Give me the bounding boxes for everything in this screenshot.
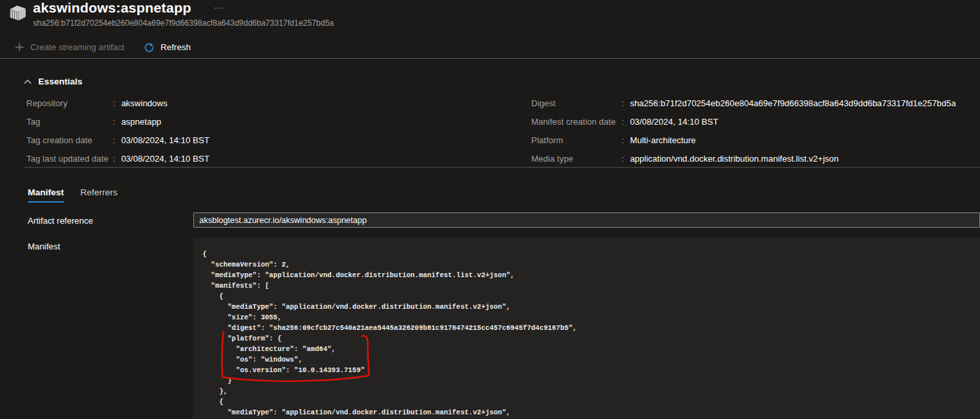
code-line: "architecture": "amd64", <box>203 344 980 354</box>
code-line: } <box>203 375 980 386</box>
code-line: "mediaType": "application/vnd.docker.dis… <box>203 302 980 312</box>
field-separator: : <box>113 135 115 145</box>
essentials-field-media-type: Media type : application/vnd.docker.dist… <box>531 149 956 168</box>
field-label: Digest <box>531 98 622 108</box>
code-line: "digest": "sha256:09cfcb27c540a21aea5445… <box>203 323 980 333</box>
field-label: Repository <box>26 98 113 108</box>
essentials-title: Essentials <box>38 77 82 86</box>
field-value: application/vnd.docker.distribution.mani… <box>630 154 839 164</box>
field-value: akswindows <box>121 98 168 108</box>
code-line: { <box>203 291 980 302</box>
refresh-button[interactable]: Refresh <box>144 42 191 53</box>
code-line: "os.version": "10.0.14393.7159" <box>203 365 980 375</box>
field-separator: : <box>113 117 115 127</box>
tab-referrers[interactable]: Referrers <box>81 187 117 203</box>
field-separator: : <box>622 98 624 108</box>
field-label: Manifest creation date <box>531 117 622 127</box>
field-label: Platform <box>531 135 622 145</box>
field-separator: : <box>622 135 624 145</box>
essentials-field-tag-creation-date: Tag creation date : 03/08/2024, 14:10 BS… <box>26 131 209 149</box>
field-value: sha256:b71f2d70254eb260e804a69e7f9d66398… <box>630 98 956 108</box>
field-label: Tag last updated date <box>26 154 113 164</box>
artifact-reference-input[interactable] <box>193 212 980 228</box>
code-line: "manifests": [ <box>203 280 980 291</box>
field-separator: : <box>113 98 115 108</box>
tab-manifest[interactable]: Manifest <box>28 187 64 203</box>
code-line: "mediaType": "application/vnd.docker.dis… <box>203 407 980 418</box>
field-value: Multi-architecture <box>630 135 696 145</box>
field-label: Media type <box>531 154 622 164</box>
field-separator: : <box>113 154 115 164</box>
code-line: "size": 3055, <box>203 312 980 323</box>
refresh-icon <box>144 42 154 53</box>
code-line: "schemaVersion": 2, <box>203 259 980 270</box>
more-actions-button[interactable]: ... <box>214 1 224 11</box>
field-value: aspnetapp <box>121 117 162 127</box>
essentials-left-column: Repository : akswindows Tag : aspnetapp … <box>26 94 209 168</box>
field-label: Tag <box>26 117 113 127</box>
field-label: Tag creation date <box>26 135 113 145</box>
command-toolbar: Create streaming artifact Refresh <box>15 39 191 55</box>
essentials-right-column: Digest : sha256:b71f2d70254eb260e804a69e… <box>531 94 956 168</box>
essentials-field-digest: Digest : sha256:b71f2d70254eb260e804a69e… <box>531 94 956 112</box>
toolbar-divider <box>0 58 980 59</box>
field-separator: : <box>622 154 624 164</box>
tab-bar: Manifest Referrers <box>28 187 117 203</box>
code-line: "os": "windows", <box>203 354 980 365</box>
code-line: "mediaType": "application/vnd.docker.dis… <box>203 270 980 280</box>
field-separator: : <box>622 117 624 127</box>
digest-subtitle: sha256:b71f2d70254eb260e804a69e7f9d66398… <box>33 18 334 28</box>
container-image-icon <box>9 4 27 22</box>
refresh-label: Refresh <box>160 42 191 52</box>
essentials-collapse-header[interactable]: Essentials <box>24 75 82 87</box>
artifact-detail-page: akswindows:aspnetapp ... sha256:b71f2d70… <box>0 0 980 419</box>
essentials-field-tag: Tag : aspnetapp <box>26 112 209 131</box>
field-value: 03/08/2024, 14:10 BST <box>121 135 210 145</box>
create-streaming-artifact-button[interactable]: Create streaming artifact <box>15 42 124 52</box>
chevron-up-icon <box>24 75 32 87</box>
manifest-label: Manifest <box>28 242 60 251</box>
code-line: { <box>203 249 980 259</box>
essentials-divider <box>24 167 980 168</box>
essentials-field-manifest-creation-date: Manifest creation date : 03/08/2024, 14:… <box>531 112 956 131</box>
code-line: { <box>203 397 980 407</box>
code-line: }, <box>203 386 980 397</box>
code-line: "platform": { <box>203 333 980 344</box>
page-title: akswindows:aspnetapp <box>33 0 191 16</box>
essentials-field-repository: Repository : akswindows <box>26 94 209 112</box>
plus-icon <box>15 42 24 52</box>
field-value: 03/08/2024, 14:10 BST <box>121 154 210 164</box>
create-streaming-artifact-label: Create streaming artifact <box>30 42 124 52</box>
field-value: 03/08/2024, 14:10 BST <box>630 117 719 127</box>
essentials-field-tag-last-updated: Tag last updated date : 03/08/2024, 14:1… <box>26 149 209 168</box>
manifest-code-viewer[interactable]: { "schemaVersion": 2, "mediaType": "appl… <box>193 238 980 419</box>
artifact-reference-label: Artifact reference <box>28 216 93 226</box>
essentials-field-platform: Platform : Multi-architecture <box>531 131 956 149</box>
